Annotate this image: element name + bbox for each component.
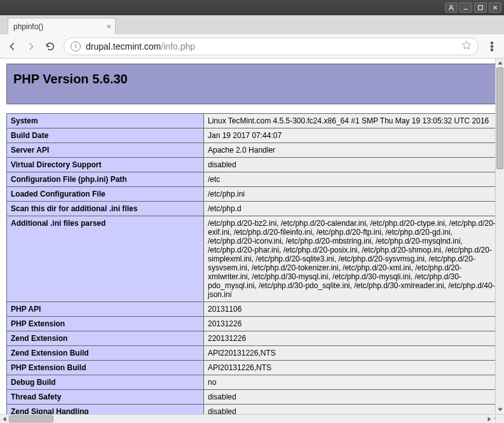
config-key: Debug Build	[7, 375, 204, 390]
table-row: Virtual Directory Supportdisabled	[7, 158, 500, 172]
svg-point-0	[450, 6, 453, 8]
config-value: /etc/php.d/20-bz2.ini, /etc/php.d/20-cal…	[204, 216, 500, 302]
url-host: drupal.tecmint.com	[86, 41, 161, 52]
config-key: Build Date	[7, 128, 204, 143]
config-value: API20131226,NTS	[204, 361, 500, 375]
config-value: disabled	[204, 390, 500, 405]
table-row: Scan this dir for additional .ini files/…	[7, 202, 500, 216]
address-bar[interactable]: i drupal.tecmint.com/info.php	[64, 38, 479, 55]
config-value: /etc/php.ini	[204, 187, 500, 202]
url-path: /info.php	[161, 41, 195, 52]
vertical-scrollbar[interactable]	[495, 59, 504, 414]
tab-close-icon[interactable]: ×	[106, 22, 111, 31]
phpinfo-table: SystemLinux TecMint.com 4.5.5-300.fc24.x…	[6, 113, 500, 419]
scroll-down-arrow-icon[interactable]	[496, 405, 504, 414]
config-key: Scan this dir for additional .ini files	[7, 202, 204, 216]
table-row: PHP Extension20131226	[7, 317, 500, 331]
browser-tab[interactable]: phpinfo() ×	[8, 18, 116, 34]
config-value: /etc/php.d	[204, 202, 500, 216]
config-value: Apache 2.0 Handler	[204, 143, 500, 158]
config-key: Additional .ini files parsed	[7, 216, 204, 302]
config-value: no	[204, 375, 500, 390]
table-row: Server APIApache 2.0 Handler	[7, 143, 500, 158]
config-value: disabled	[204, 158, 500, 172]
php-version-heading: PHP Version 5.6.30	[13, 72, 128, 87]
forward-button[interactable]	[25, 41, 37, 52]
config-key: Thread Safety	[7, 390, 204, 405]
browser-toolbar: i drupal.tecmint.com/info.php	[0, 34, 504, 59]
config-key: System	[7, 114, 204, 128]
config-key: Zend Extension Build	[7, 346, 204, 361]
config-value: Linux TecMint.com 4.5.5-300.fc24.x86_64 …	[204, 114, 500, 128]
table-row: Debug Buildno	[7, 375, 500, 390]
config-key: Loaded Configuration File	[7, 187, 204, 202]
scroll-up-arrow-icon[interactable]	[496, 59, 504, 67]
maximize-button[interactable]	[474, 3, 487, 13]
tab-title: phpinfo()	[13, 22, 43, 31]
table-row: Configuration File (php.ini) Path/etc	[7, 172, 500, 187]
config-key: Virtual Directory Support	[7, 158, 204, 172]
config-value: 20131106	[204, 302, 500, 317]
horizontal-scrollbar[interactable]	[0, 414, 494, 423]
table-row: Additional .ini files parsed/etc/php.d/2…	[7, 216, 500, 302]
svg-rect-1	[479, 6, 483, 10]
horizontal-scrollbar-thumb[interactable]	[9, 415, 53, 422]
table-row: PHP Extension BuildAPI20131226,NTS	[7, 361, 500, 375]
scroll-left-arrow-icon[interactable]	[0, 415, 9, 423]
phpinfo-header: PHP Version 5.6.30	[6, 64, 500, 104]
config-value: /etc	[204, 172, 500, 187]
table-row: Thread Safetydisabled	[7, 390, 500, 405]
window-titlebar	[0, 0, 504, 15]
tab-strip: phpinfo() ×	[0, 15, 504, 34]
svg-point-3	[491, 45, 493, 47]
site-info-icon[interactable]: i	[71, 41, 81, 52]
minimize-button[interactable]	[460, 3, 472, 13]
scrollbar-corner	[495, 414, 504, 423]
close-window-button[interactable]	[489, 3, 501, 13]
config-value: Jan 19 2017 07:44:07	[204, 128, 500, 143]
table-row: Loaded Configuration File/etc/php.ini	[7, 187, 500, 202]
back-button[interactable]	[6, 41, 18, 52]
svg-point-4	[491, 48, 493, 50]
page-viewport: PHP Version 5.6.30 SystemLinux TecMint.c…	[0, 59, 504, 423]
config-value: API220131226,NTS	[204, 346, 500, 361]
config-key: Server API	[7, 143, 204, 158]
table-row: Zend Extension BuildAPI220131226,NTS	[7, 346, 500, 361]
table-row: PHP API20131106	[7, 302, 500, 317]
bookmark-star-icon[interactable]	[461, 40, 472, 52]
config-value: 220131226	[204, 331, 500, 346]
table-row: Build DateJan 19 2017 07:44:07	[7, 128, 500, 143]
config-key: PHP Extension Build	[7, 361, 204, 375]
scroll-right-arrow-icon[interactable]	[485, 415, 494, 423]
table-row: SystemLinux TecMint.com 4.5.5-300.fc24.x…	[7, 114, 500, 128]
config-key: Zend Extension	[7, 331, 204, 346]
reload-button[interactable]	[44, 41, 56, 52]
config-value: 20131226	[204, 317, 500, 331]
vertical-scrollbar-thumb[interactable]	[496, 67, 503, 169]
table-row: Zend Extension220131226	[7, 331, 500, 346]
user-menu-button[interactable]	[445, 3, 458, 13]
browser-menu-button[interactable]	[486, 41, 498, 52]
svg-point-2	[491, 42, 493, 44]
config-key: PHP API	[7, 302, 204, 317]
config-key: PHP Extension	[7, 317, 204, 331]
config-key: Configuration File (php.ini) Path	[7, 172, 204, 187]
